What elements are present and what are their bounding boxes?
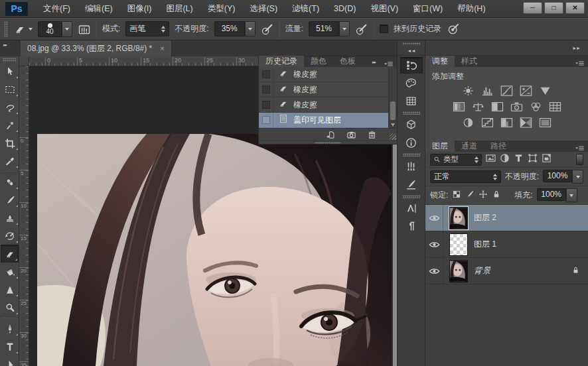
panel-resize-grip[interactable] [390,133,396,140]
collapse-panel-icon[interactable]: ▸▸ [372,60,376,65]
history-source-checkbox[interactable] [262,116,270,124]
dock-history-icon[interactable] [400,57,423,74]
layer-filter-type-dropdown[interactable]: 类型 [430,154,482,166]
vibrance-icon[interactable] [539,86,551,96]
panel-menu-icon[interactable] [575,143,585,154]
blend-mode-dropdown[interactable]: 正常 [430,170,501,183]
tool-dodge[interactable] [0,298,19,316]
current-tool-eraser-icon[interactable] [13,23,33,36]
filter-adjustment-layers-icon[interactable] [500,153,510,166]
tablet-pressure-opacity-icon[interactable] [261,23,274,36]
tool-sharpen[interactable] [0,280,19,298]
tool-move[interactable] [0,62,19,80]
opacity-control[interactable]: 35% [214,21,256,36]
tool-spot-healing-brush[interactable] [0,173,19,191]
curves-icon[interactable] [500,86,513,96]
scroll-down-arrow[interactable] [391,123,395,127]
erase-to-history-checkbox[interactable] [380,25,388,33]
filter-type-layers-icon[interactable] [514,153,524,166]
options-gripper[interactable] [4,21,8,37]
collapse-dock-icon[interactable]: ►► [572,46,580,50]
levels-icon[interactable] [481,86,494,96]
filter-shape-layers-icon[interactable] [528,153,538,166]
menu-help[interactable]: 帮助(H) [450,0,492,17]
tool-lasso[interactable] [0,98,19,116]
menu-layer[interactable]: 图层(L) [159,0,200,17]
panel-bottom-gripper[interactable] [259,141,397,144]
tab-color[interactable]: 颜色 [304,56,333,67]
tools-gripper[interactable] [3,58,16,62]
tool-eraser[interactable] [1,245,19,263]
photo-filter-icon[interactable] [510,101,523,112]
color-balance-icon[interactable] [472,101,484,112]
layer-thumbnail[interactable] [449,207,468,229]
lock-image-pixels-icon[interactable] [465,190,475,202]
toggle-brush-panel-icon[interactable] [78,23,91,36]
black-white-icon[interactable] [491,101,504,112]
tablet-pressure-size-icon[interactable] [447,23,460,36]
tab-swatches[interactable]: 色板 [333,56,362,67]
layer-fill-control[interactable]: 100% [537,188,577,202]
dock-info-icon[interactable] [400,135,423,151]
history-source-checkbox[interactable] [262,70,270,78]
dock-paragraph-icon[interactable] [400,218,423,235]
invert-icon[interactable] [462,117,475,128]
tool-clone-stamp[interactable] [0,209,19,227]
layer-filter-toggle[interactable] [576,154,583,165]
tool-history-brush[interactable] [0,227,19,245]
expand-dock-icon[interactable]: ◄◄ [407,48,415,53]
menu-select[interactable]: 选择(S) [242,0,285,17]
threshold-icon[interactable] [500,117,513,128]
tool-eyedropper[interactable] [0,152,19,170]
tool-pen[interactable] [0,320,19,337]
menu-view[interactable]: 视图(V) [363,0,405,17]
lock-position-icon[interactable] [478,190,488,202]
history-step-eraser[interactable]: 橡皮擦 [259,82,388,97]
tool-path-selection[interactable] [0,355,19,366]
flow-control[interactable]: 51% [309,21,350,36]
close-button[interactable]: ✕ [565,2,585,14]
tool-brush[interactable] [0,191,19,209]
lock-transparent-pixels-icon[interactable] [452,190,461,202]
airbrush-icon[interactable] [355,23,368,36]
visibility-eye-icon[interactable] [425,205,443,231]
tool-rectangular-marquee[interactable] [0,80,19,98]
canvas-image-portrait[interactable] [37,134,392,366]
dock-brush-presets-icon[interactable] [400,158,423,175]
channel-mixer-icon[interactable] [530,101,542,112]
dock-color-icon[interactable] [400,75,423,91]
menu-edit[interactable]: 编辑(E) [78,0,120,17]
layer-row-layer2[interactable]: 图层 2 [425,205,588,231]
scrollbar-thumb[interactable] [390,101,396,120]
posterize-icon[interactable] [481,117,494,128]
dock-group-gripper[interactable] [403,153,420,156]
tab-channels[interactable]: 通道 [455,141,484,152]
menu-3d[interactable]: 3D(D) [327,0,363,17]
new-snapshot-camera-icon[interactable] [346,130,356,140]
history-source-checkbox[interactable] [262,86,270,93]
brightness-contrast-icon[interactable] [462,86,475,96]
filter-pixel-layers-icon[interactable] [486,153,496,166]
menu-image[interactable]: 图像(I) [120,0,159,17]
tool-crop[interactable] [0,134,19,152]
tab-styles[interactable]: 样式 [455,56,484,67]
layer-opacity-control[interactable]: 100% [543,170,583,184]
menu-filter[interactable]: 滤镜(T) [285,0,327,17]
dock-brush-icon[interactable] [400,176,423,193]
dock-group-gripper[interactable] [403,111,420,115]
layer-thumbnail[interactable] [449,260,468,282]
tool-type[interactable] [0,337,19,355]
expand-tools-panel-icon[interactable]: ▸▸ [3,42,7,48]
new-document-from-state-icon[interactable] [326,130,336,140]
dock-group-gripper[interactable] [403,195,420,198]
color-lookup-icon[interactable] [549,101,561,112]
maximize-button[interactable]: □ [544,2,563,14]
panel-menu-icon[interactable] [575,58,585,70]
history-step-eraser[interactable]: 橡皮擦 [259,97,388,113]
exposure-icon[interactable] [520,86,532,96]
tab-adjustments[interactable]: 调整 [425,56,455,67]
tab-history[interactable]: 历史记录 [259,56,304,67]
gradient-map-icon[interactable] [520,117,532,128]
tool-paint-bucket[interactable] [0,263,19,280]
brush-picker-dropdown[interactable] [62,21,72,37]
